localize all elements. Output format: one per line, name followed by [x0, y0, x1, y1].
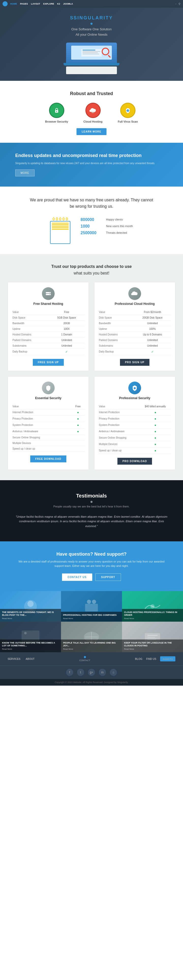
robust-section: Robust and Trusted Browser Security Clou…	[0, 81, 183, 143]
blog-item-3[interactable]: CLOUD HOSTING PROFESSIONALLY. THINGS IN …	[122, 591, 183, 622]
svg-point-17	[87, 600, 91, 604]
svg-rect-2	[83, 51, 100, 52]
footer-social: f t g+ in ⌂	[0, 665, 183, 679]
twitter-icon[interactable]: t	[77, 669, 84, 676]
blog-overlay-2: PROFESSIONAL HOSTING FOR BIG COMPANIES R…	[61, 612, 122, 622]
support-heading: Have questions? Need support?	[15, 552, 168, 557]
testimonials-dot	[90, 501, 93, 503]
blog-item-1[interactable]: THE BENEFITS OF CHOOSING TONIGHT. WE IS …	[0, 591, 61, 622]
blog-overlay-6: KEEP YOUR FILTER OR LANGUAGE IN THE CLOU…	[122, 640, 183, 652]
hero-section: SSINGULARITY One Software One Solution A…	[0, 8, 183, 81]
table-row: Speed up / clean up	[12, 446, 85, 452]
stat-desc-1: Happy clients	[106, 217, 123, 222]
stat-row-3: 2500000 Threats detected	[80, 231, 133, 235]
hero-dot	[90, 23, 93, 25]
stats-content: 800000 Happy clients 1000 New users this…	[10, 217, 173, 244]
feature-browser-security: Browser Security	[45, 103, 68, 123]
blog-item-5[interactable]: PEOPLE TALK ALL DAY TO LEARNING ONE BIG …	[61, 622, 122, 652]
nav-right: ◦ ⚲	[175, 2, 180, 6]
contact-us-button[interactable]: CONTACT US	[62, 573, 92, 581]
blog-item-2[interactable]: PROFESSIONAL HOSTING FOR BIG COMPANIES R…	[61, 591, 122, 622]
linkedin-icon[interactable]: in	[99, 669, 106, 676]
nav-item-pages[interactable]: PAGES	[20, 3, 28, 5]
nav-item-home[interactable]: HOME	[10, 3, 17, 5]
product-name-pro-hosting: Professional Cloud Hosting	[98, 302, 171, 305]
nav-item-k2[interactable]: K2	[57, 3, 60, 5]
svg-rect-3	[83, 52, 98, 53]
blog-title-2: PROFESSIONAL HOSTING FOR BIG COMPANIES	[63, 614, 120, 617]
table-row: Internet Protection●	[12, 409, 85, 415]
robust-heading: Robust and Trusted	[5, 91, 178, 96]
table-row: Privacy Protection●	[12, 415, 85, 422]
nav-item-joomla[interactable]: JOOMLA	[63, 3, 73, 5]
nav-item-layout[interactable]: LAYOUT	[31, 3, 40, 5]
cloud-icon	[85, 103, 101, 118]
table-row: Antivirus / Antimalware●	[12, 428, 85, 434]
product-name-pro-security: Professional Security	[98, 396, 171, 400]
stat-row-1: 800000 Happy clients	[80, 217, 133, 222]
product-table-essential: ValueFree Internet Protection● Privacy P…	[12, 404, 85, 452]
table-row: Multiple Devices	[12, 440, 85, 446]
keyboard	[66, 67, 117, 74]
table-row: System Protection●	[98, 422, 171, 428]
nav-items: HOME PAGES LAYOUT EXPLORE K2 JOOMLA	[10, 3, 175, 5]
banner-heading: Endless updates and uncompromised real t…	[15, 153, 168, 158]
pro-signup-button[interactable]: PRO SIGN UP	[120, 359, 150, 366]
blog-item-6[interactable]: KEEP YOUR FILTER OR LANGUAGE IN THE CLOU…	[122, 622, 183, 652]
rss-icon[interactable]: ⌂	[110, 669, 117, 676]
free-download-button[interactable]: FREE DOWNLOAD	[30, 455, 66, 462]
table-row: Secure Online Shopping	[12, 434, 85, 440]
footer-find-link[interactable]: FIND US	[146, 657, 156, 660]
support-button[interactable]: SUPPORT	[95, 573, 121, 581]
footer-logo: Joomla! Fox	[160, 656, 175, 662]
blog-grid: THE BENEFITS OF CHOOSING TONIGHT. WE IS …	[0, 591, 183, 652]
spiral-3	[59, 217, 61, 221]
googleplus-icon[interactable]: g+	[88, 669, 95, 676]
search-icon[interactable]: ⚲	[178, 2, 180, 6]
footer-services-link[interactable]: SERVICES	[8, 657, 21, 660]
shield-svg: ✓	[124, 107, 131, 114]
free-signup-button[interactable]: FREE SIGN UP	[33, 359, 64, 366]
more-button[interactable]: MORE	[15, 170, 35, 177]
support-body: We are a devoted staff of professionals …	[15, 560, 168, 568]
copyright-text: Copyright © 2023 Website. All Rights Res…	[55, 681, 128, 684]
footer-blog-link[interactable]: BLOG	[135, 657, 142, 660]
user-icon[interactable]: ◦	[175, 2, 177, 6]
social-icons: f t g+ in ⌂	[3, 669, 180, 676]
testimonials-section: Testimonials People usually say we are t…	[0, 480, 183, 541]
svg-point-21	[24, 632, 27, 635]
testimonial-quote: "Unique facilisi facilisis magna sit ali…	[15, 514, 168, 528]
nav-logo[interactable]	[3, 1, 8, 6]
pro-download-button[interactable]: PRO DOWNLOAD	[117, 458, 152, 465]
table-row: Multiple Devices●	[98, 441, 171, 447]
product-name-free-hosting: Free Shared Hosting	[12, 302, 85, 305]
footer-dot	[84, 656, 86, 658]
stat-num-3: 2500000	[80, 231, 101, 235]
svg-rect-4	[83, 54, 99, 54]
table-row: Hosted DomainsUp to 6 Domains	[98, 332, 171, 337]
table-row: Internet Protection●	[98, 409, 171, 415]
blog-meta-4: Read More	[2, 648, 59, 650]
shield-blue-icon	[128, 382, 141, 394]
blog-title-3: CLOUD HOSTING PROFESSIONALLY. THINGS IN …	[124, 611, 181, 617]
footer-about-link[interactable]: ABOUT	[25, 657, 35, 660]
shield-gray-icon	[42, 382, 55, 394]
table-row: Secure Online Shopping●	[98, 434, 171, 441]
nav-item-explore[interactable]: EXPLORE	[43, 3, 54, 5]
learn-more-button[interactable]: LEARN MORE	[77, 128, 106, 135]
navbar: HOME PAGES LAYOUT EXPLORE K2 JOOMLA ◦ ⚲	[0, 0, 183, 8]
blog-meta-2: Read More	[63, 617, 120, 620]
cloud-svg	[89, 107, 97, 114]
copyright: Copyright © 2023 Website. All Rights Res…	[0, 679, 183, 686]
facebook-icon[interactable]: f	[66, 669, 73, 676]
table-row: Hosted Domains1 Domain	[12, 332, 85, 337]
footer-right: BLOG FIND US Joomla! Fox	[135, 656, 175, 662]
svg-rect-25	[147, 637, 155, 638]
blog-item-4[interactable]: KNOW THE OUTSIDE BEFORE THE BECOMES A LO…	[0, 622, 61, 652]
hero-line2: All your Online Needs	[5, 32, 178, 37]
svg-point-13	[134, 387, 136, 389]
product-card-essential-security: Essential Security ValueFree Internet Pr…	[8, 376, 89, 470]
spiral-1	[53, 217, 55, 221]
hero-line1: One Software One Solution	[5, 27, 178, 32]
table-row: Speed up / clean up●	[98, 447, 171, 454]
